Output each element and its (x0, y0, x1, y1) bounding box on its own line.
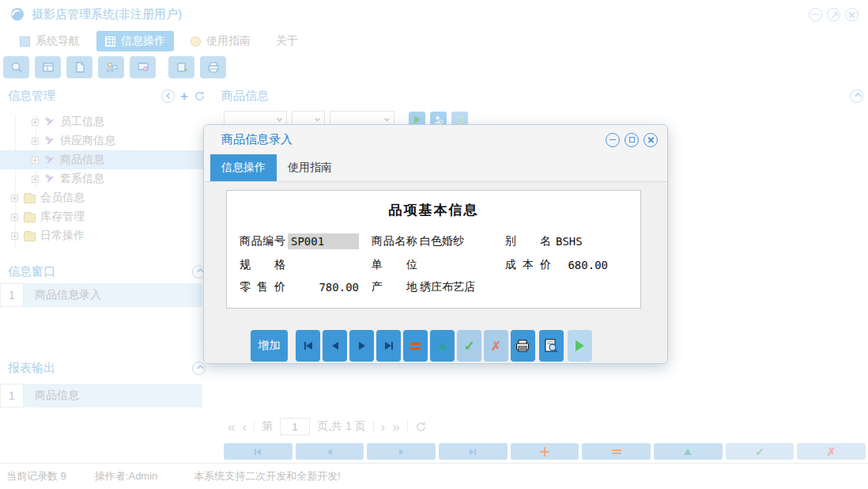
expand-icon[interactable] (32, 176, 39, 183)
prev-page-icon[interactable]: ‹ (242, 420, 247, 434)
menu-bar: 系统导航 信息操作 使用指南 关于 (11, 30, 307, 52)
tab-info-operations[interactable]: 信息操作 (210, 154, 277, 181)
system-note: 本系统支持二次开发和全新开发! (194, 469, 341, 483)
prev-record-icon (327, 449, 332, 455)
help-clock-icon (191, 36, 201, 47)
top-toolbar (3, 56, 226, 78)
expand-icon[interactable] (32, 138, 39, 145)
menu-system-nav[interactable]: 系统导航 (11, 31, 89, 51)
pagination-bar: « ‹ 第 页,共 1 页 › » (228, 418, 427, 435)
remove-record-button[interactable] (403, 330, 428, 362)
form-title: 品项基本信息 (227, 201, 640, 219)
add-node-icon[interactable]: + (180, 89, 188, 103)
confirm-button[interactable]: ✓ (726, 443, 794, 460)
table-view-button[interactable] (35, 56, 61, 78)
confirm-button[interactable]: ✓ (457, 330, 481, 362)
menu-info-operations[interactable]: 信息操作 (96, 31, 174, 51)
info-window-row[interactable]: 1 商品信息录入 (0, 283, 202, 307)
tree-item-member-info[interactable]: 会员信息 (0, 188, 213, 207)
prev-record-button[interactable] (323, 330, 347, 362)
run-button[interactable] (568, 330, 592, 362)
next-record-icon (399, 449, 404, 455)
tree-item-supplier-info[interactable]: 供应商信息 (0, 131, 213, 150)
product-name-field[interactable]: 白色婚纱 (420, 234, 502, 248)
window-maximize-icon[interactable] (827, 8, 840, 21)
info-tree: 员工信息 供应商信息 商品信息 套系信息 会员信息 库存管理 (0, 112, 213, 245)
row-number: 1 (0, 384, 24, 408)
collapse-left-icon[interactable] (161, 89, 175, 103)
window-minimize-icon[interactable] (809, 8, 822, 21)
tree-item-product-info[interactable]: 商品信息 (0, 150, 213, 169)
tree-label: 日常操作 (40, 229, 85, 243)
person-network-button[interactable] (98, 56, 124, 78)
field-label-unit: 单位 (372, 258, 417, 272)
folder-icon (24, 212, 36, 222)
print-preview-icon (544, 339, 559, 353)
add-button[interactable]: 增加 (251, 330, 288, 362)
next-record-button[interactable] (349, 330, 374, 362)
report-output-row[interactable]: 1 商品信息 (0, 384, 202, 408)
last-record-button[interactable] (439, 443, 508, 460)
dialog-close-icon[interactable] (643, 133, 658, 147)
edit-record-button[interactable] (430, 330, 455, 362)
status-bar: 当前记录数 9 操作者:Admin 本系统支持二次开发和全新开发! (0, 463, 868, 489)
remove-record-button[interactable] (582, 443, 651, 460)
table-icon (42, 61, 55, 74)
row-number: 1 (0, 283, 24, 307)
prev-record-button[interactable] (296, 443, 364, 460)
expand-icon[interactable] (11, 214, 18, 221)
last-page-icon[interactable]: » (392, 420, 399, 434)
expand-icon[interactable] (32, 157, 39, 164)
page-input[interactable] (280, 418, 310, 435)
tree-item-daily-operations[interactable]: 日常操作 (0, 226, 213, 245)
search-button[interactable] (3, 56, 29, 78)
title-bar: 摄影店管理系统(非注册用户) (0, 0, 868, 28)
tree-item-inventory-mgmt[interactable]: 库存管理 (0, 207, 213, 226)
dialog-maximize-icon[interactable] (625, 133, 639, 147)
document-add-button[interactable] (168, 56, 194, 78)
dialog-title-bar[interactable]: 商品信息录入 (204, 125, 667, 154)
menu-user-guide[interactable]: 使用指南 (182, 31, 259, 51)
monitor-button[interactable] (130, 56, 156, 78)
edit-record-button[interactable] (654, 443, 723, 460)
confirm-icon: ✓ (755, 445, 764, 458)
print-preview-button[interactable] (539, 330, 564, 362)
tree-item-employee-info[interactable]: 员工信息 (0, 112, 213, 131)
first-page-icon[interactable]: « (228, 420, 235, 434)
person-network-icon (105, 61, 118, 74)
dialog-minimize-icon[interactable] (606, 133, 620, 147)
origin-field[interactable]: 绣庄布艺店 (420, 280, 502, 294)
refresh-icon (455, 115, 465, 125)
tool-icon (44, 135, 55, 146)
add-icon (540, 447, 549, 457)
tree-item-package-info[interactable]: 套系信息 (0, 169, 213, 188)
menu-label: 使用指南 (206, 34, 251, 48)
refresh-icon[interactable] (194, 90, 206, 102)
next-record-button[interactable] (367, 443, 436, 460)
first-record-button[interactable] (224, 443, 292, 460)
expand-icon[interactable] (11, 233, 18, 240)
tab-user-guide[interactable]: 使用指南 (277, 154, 343, 181)
next-page-icon[interactable]: › (381, 420, 386, 434)
print-button[interactable] (511, 330, 535, 362)
tree-label: 库存管理 (40, 210, 85, 224)
collapse-up-icon[interactable] (850, 89, 863, 103)
first-record-button[interactable] (296, 330, 320, 362)
printer-button[interactable] (200, 56, 226, 78)
product-entry-dialog: 商品信息录入 信息操作 使用指南 品项基本信息 商品编号 SP001 商品名称 … (203, 124, 668, 364)
window-close-icon[interactable] (845, 8, 859, 21)
expand-icon[interactable] (11, 195, 18, 202)
collapse-up-icon[interactable] (192, 362, 206, 375)
last-record-button[interactable] (376, 330, 401, 362)
add-record-button[interactable] (511, 443, 579, 460)
cost-price-field[interactable]: 680.00 (556, 259, 608, 271)
refresh-page-icon[interactable] (415, 421, 427, 433)
menu-about[interactable]: 关于 (267, 31, 307, 51)
retail-price-field[interactable]: 780.00 (288, 281, 359, 294)
product-no-field[interactable]: SP001 (288, 233, 359, 249)
cancel-button[interactable]: ✗ (484, 330, 508, 362)
expand-icon[interactable] (32, 119, 39, 126)
alias-field[interactable]: BSHS (556, 235, 608, 248)
cancel-button[interactable]: ✗ (797, 443, 866, 460)
document-button[interactable] (66, 56, 92, 78)
